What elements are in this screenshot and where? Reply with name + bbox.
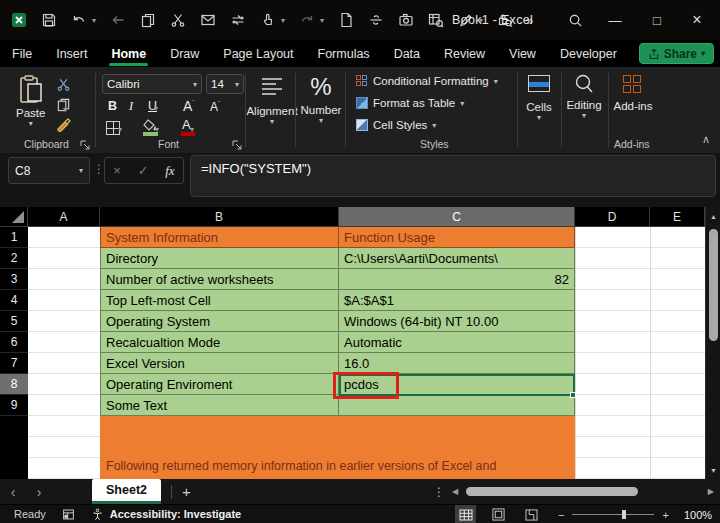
cell-b3[interactable]: Number of active worksheets [100, 269, 339, 290]
new-sheet-button[interactable]: + [182, 483, 191, 500]
share-button[interactable]: Share ▾ [639, 43, 714, 64]
scroll-left-icon[interactable]: ◀ [452, 487, 458, 496]
fill-color-dropdown-icon[interactable]: ▾ [155, 125, 159, 134]
cells-group-button[interactable]: Cells ▾ [521, 75, 557, 122]
tab-data[interactable]: Data [382, 40, 432, 67]
column-header-a[interactable]: A [28, 207, 100, 227]
column-header-b[interactable]: B [100, 207, 339, 227]
cancel-entry-button[interactable]: × [113, 163, 121, 178]
scroll-down-icon[interactable]: ▼ [706, 463, 720, 477]
clipboard-dialog-launcher-icon[interactable] [80, 140, 90, 150]
excel-logo-icon[interactable] [10, 12, 27, 29]
cell-c5[interactable]: Windows (64-bit) NT 10.00 [339, 311, 575, 332]
confirm-entry-button[interactable]: ✓ [138, 163, 149, 178]
bold-button[interactable]: B [108, 99, 117, 113]
tab-file[interactable]: File [0, 40, 44, 67]
zoom-slider-thumb[interactable] [622, 510, 626, 519]
cell-b9[interactable]: Some Text [100, 395, 339, 416]
cell-b4[interactable]: Top Left-most Cell [100, 290, 339, 311]
zoom-percentage[interactable]: 100% [684, 505, 712, 523]
minimize-button[interactable]: — [592, 0, 638, 40]
zoom-in-button[interactable]: + [662, 509, 668, 521]
row-header-6[interactable]: 6 [0, 332, 28, 353]
font-color-dropdown-icon[interactable]: ▾ [190, 125, 194, 134]
cell-c2[interactable]: C:\Users\Aarti\Documents\ [339, 248, 575, 269]
column-header-e[interactable]: E [650, 207, 705, 227]
cell-c3[interactable]: 82 [339, 269, 575, 290]
font-family-select[interactable]: Calibri ▾ [102, 74, 202, 94]
zoom-out-button[interactable]: − [558, 509, 564, 521]
tab-review[interactable]: Review [432, 40, 497, 67]
row-header-4[interactable]: 4 [0, 290, 28, 311]
decrease-font-button[interactable]: Aˇ [210, 99, 221, 114]
accessibility-icon[interactable] [91, 508, 104, 521]
cell-c6[interactable]: Automatic [339, 332, 575, 353]
row-header-3[interactable]: 3 [0, 269, 28, 290]
fill-handle[interactable] [570, 392, 576, 398]
copy-icon[interactable] [139, 12, 156, 29]
new-file-icon[interactable] [337, 12, 354, 29]
note-block[interactable]: Following returned memory information in… [100, 416, 575, 479]
tab-insert[interactable]: Insert [44, 40, 99, 67]
accessibility-status[interactable]: Accessibility: Investigate [110, 508, 241, 520]
font-dialog-launcher-icon[interactable] [232, 140, 242, 150]
italic-button[interactable]: I [129, 99, 133, 114]
page-layout-view-button[interactable] [491, 508, 506, 521]
number-group-button[interactable]: % Number ▾ [300, 73, 342, 125]
cell-b7[interactable]: Excel Version [100, 353, 339, 374]
strikethrough-icon[interactable] [367, 12, 384, 29]
collapse-ribbon-icon[interactable]: ∧ [702, 133, 710, 146]
touch-mouse-mode-icon[interactable] [259, 12, 276, 29]
cell-b1[interactable]: System Information [100, 227, 339, 248]
row-header-7[interactable]: 7 [0, 353, 28, 374]
cell-c4[interactable]: $A:$A$1 [339, 290, 575, 311]
column-header-d[interactable]: D [575, 207, 650, 227]
column-header-c[interactable]: C [339, 207, 575, 227]
normal-view-button[interactable] [458, 508, 473, 521]
tab-formulas[interactable]: Formulas [306, 40, 382, 67]
cell-b8[interactable]: Operating Enviroment [100, 374, 339, 395]
undo-dropdown-icon[interactable]: ▾ [92, 16, 96, 25]
addins-button[interactable]: Add-ins [612, 75, 654, 112]
email-icon[interactable] [199, 12, 216, 29]
row-header-2[interactable]: 2 [0, 248, 28, 269]
translate-icon[interactable] [229, 12, 246, 29]
cell-c7[interactable]: 16.0 [339, 353, 575, 374]
paste-button[interactable]: Paste ▾ [16, 75, 45, 128]
tab-home[interactable]: Home [99, 40, 158, 67]
horizontal-scrollbar-thumb[interactable] [466, 487, 638, 496]
editing-group-button[interactable]: Editing ▾ [564, 73, 604, 120]
cell-b6[interactable]: Recalcualtion Mode [100, 332, 339, 353]
zoom-slider[interactable] [572, 514, 654, 515]
select-all-button[interactable] [0, 207, 28, 227]
sheet-options-icon[interactable]: ⋮ [433, 485, 445, 499]
row-header-8[interactable]: 8 [0, 374, 28, 395]
undo-icon[interactable] [70, 12, 87, 29]
sheet-tab-sheet2[interactable]: Sheet2 [92, 479, 161, 504]
name-box[interactable]: C8 ▾ [8, 157, 90, 184]
conditional-formatting-button[interactable]: Conditional Formatting ▾ [356, 75, 498, 87]
scroll-up-icon[interactable]: ▲ [706, 209, 720, 223]
tab-draw[interactable]: Draw [158, 40, 211, 67]
alignment-group-button[interactable]: Alignment ▾ [252, 77, 292, 126]
formula-input[interactable]: =INFO("SYSTEM") [190, 155, 716, 197]
format-painter-button[interactable] [56, 117, 72, 135]
camera-icon[interactable] [397, 12, 414, 29]
vertical-scrollbar-thumb[interactable] [709, 229, 718, 341]
tab-view[interactable]: View [497, 40, 548, 67]
cell-b5[interactable]: Operating System [100, 311, 339, 332]
cell-styles-button[interactable]: Cell Styles ▾ [356, 119, 436, 131]
tab-developer[interactable]: Developer [548, 40, 629, 67]
format-as-table-button[interactable]: Format as Table ▾ [356, 97, 464, 109]
page-break-preview-button[interactable] [524, 508, 539, 521]
borders-dropdown-icon[interactable]: ▾ [118, 125, 122, 134]
row-header-1[interactable]: 1 [0, 227, 28, 248]
cut-icon[interactable] [169, 12, 186, 29]
font-size-select[interactable]: 14 ▾ [206, 74, 244, 94]
sheet-nav-left-icon[interactable]: ‹ [0, 484, 26, 500]
touch-mode-dropdown-icon[interactable]: ▾ [281, 16, 285, 25]
vertical-scrollbar[interactable]: ▲ ▼ [705, 207, 720, 479]
row-header-9[interactable]: 9 [0, 395, 28, 416]
horizontal-scrollbar[interactable]: ◀ ▶ [452, 485, 714, 498]
save-icon[interactable] [40, 12, 57, 29]
